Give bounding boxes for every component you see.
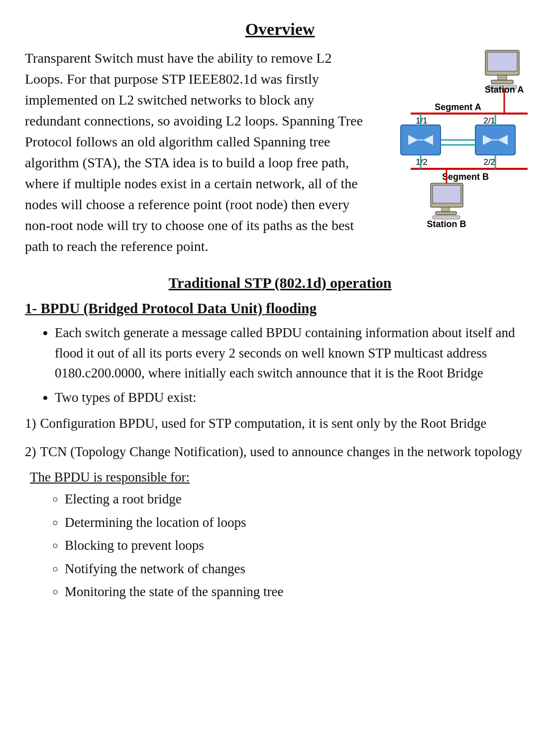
resp-item-1: Electing a root bridge xyxy=(65,489,535,509)
numbered-item-1: 1) Configuration BPDU, used for STP comp… xyxy=(25,413,535,434)
numbered-item-2: 2) TCN (Topology Change Notification), u… xyxy=(25,442,535,462)
svg-rect-2 xyxy=(498,75,507,80)
switch-1-icon xyxy=(401,125,441,155)
page-title: Overview xyxy=(25,20,535,39)
resp-item-2: Determining the location of loops xyxy=(65,512,535,533)
subsection1-title: 1- BPDU (Bridged Protocol Data Unit) flo… xyxy=(25,300,535,317)
station-b-label: Station B xyxy=(427,219,466,229)
svg-rect-1 xyxy=(487,52,517,71)
segment-b-label: Segment B xyxy=(442,172,489,182)
segment-a-label: Segment A xyxy=(435,102,481,112)
bullet-item-2: Two types of BPDU exist: xyxy=(55,387,535,408)
port-1-1-label: 1/1 xyxy=(416,116,428,125)
resp-item-4: Notifying the network of changes xyxy=(65,559,535,579)
intro-paragraph: Transparent Switch must have the ability… xyxy=(25,48,371,257)
content-wrapper: Transparent Switch must have the ability… xyxy=(25,48,535,260)
network-diagram: Station A Segment A 1/1 2/1 xyxy=(381,48,535,260)
diagram-svg: Station A Segment A 1/1 2/1 xyxy=(381,48,535,260)
section2-title: Traditional STP (802.1d) operation xyxy=(25,274,535,291)
numbered-item-2-text: TCN (Topology Change Notification), used… xyxy=(40,442,522,462)
station-b-icon xyxy=(431,183,463,219)
resp-item-3: Blocking to prevent loops xyxy=(65,535,535,556)
svg-rect-25 xyxy=(436,212,456,215)
numbered-item-1-text: Configuration BPDU, used for STP computa… xyxy=(40,413,487,434)
port-2-1-label: 2/1 xyxy=(483,116,495,125)
svg-rect-26 xyxy=(433,216,460,219)
switch-2-icon xyxy=(475,125,515,155)
port-2-2-label: 2/2 xyxy=(483,157,495,167)
bullet-list: Each switch generate a message called BP… xyxy=(55,323,535,407)
intro-text: Transparent Switch must have the ability… xyxy=(25,48,371,257)
svg-rect-23 xyxy=(433,185,461,203)
svg-rect-3 xyxy=(491,80,513,84)
resp-item-5: Monitoring the state of the spanning tre… xyxy=(65,582,535,602)
numbered-item-2-num: 2) xyxy=(25,442,36,462)
port-1-2-label: 1/2 xyxy=(416,157,428,167)
bpdu-responsible-label: The BPDU is responsible for: xyxy=(30,470,535,485)
numbered-item-1-num: 1) xyxy=(25,413,36,434)
svg-rect-24 xyxy=(442,207,449,212)
station-a-icon xyxy=(485,50,519,89)
bullet-item-1: Each switch generate a message called BP… xyxy=(55,323,535,383)
bpdu-resp-list: Electing a root bridge Determining the l… xyxy=(65,489,535,602)
